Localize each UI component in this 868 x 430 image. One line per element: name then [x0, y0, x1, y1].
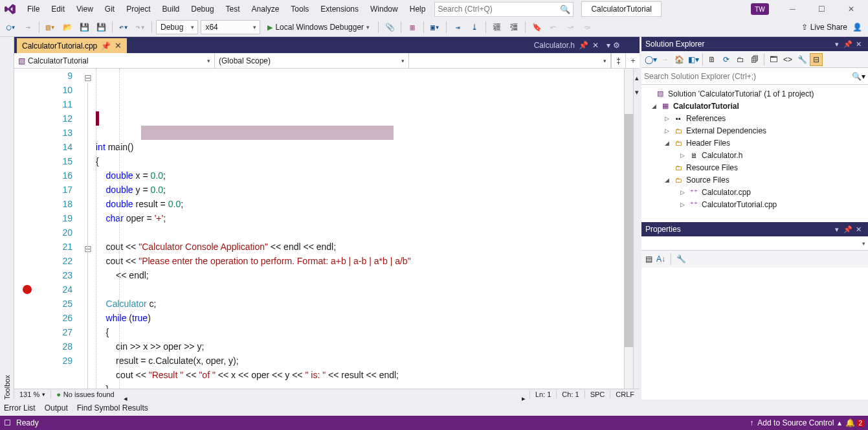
issues-indicator[interactable]: ● No issues found	[51, 390, 120, 398]
pin-icon[interactable]: 📌	[101, 41, 111, 51]
window-dropdown-icon[interactable]: ▾	[831, 225, 842, 234]
step-into-icon[interactable]: ⤓	[467, 20, 482, 34]
calculator-cpp-node[interactable]: ▷⁺⁺Calculator.cpp	[641, 186, 868, 198]
config-combo[interactable]: Debug	[156, 20, 198, 34]
properties-icon[interactable]: 🔧	[796, 53, 808, 66]
eol-indicator[interactable]: CRLF	[610, 390, 640, 398]
minimap-scrollbar[interactable]	[624, 69, 633, 389]
calculator-h-node[interactable]: ▷🗎Calculator.h	[641, 149, 868, 161]
breakpoint-dot[interactable]	[23, 285, 32, 294]
tab-calculator-h[interactable]: Calculator.h 📌 ✕	[529, 38, 604, 52]
header-files-node[interactable]: ◢🗀Header Files	[641, 137, 868, 149]
menu-project[interactable]: Project	[121, 2, 155, 16]
namespace-scope-combo[interactable]: (Global Scope) ▾	[215, 53, 409, 68]
chevron-up-icon[interactable]: ▴	[838, 418, 841, 427]
scm-label[interactable]: Add to Source Control	[757, 418, 834, 427]
menu-analyze[interactable]: Analyze	[247, 2, 285, 16]
menu-edit[interactable]: Edit	[46, 2, 70, 16]
toolbox-strip[interactable]: Toolbox	[0, 37, 14, 400]
menu-debug[interactable]: Debug	[186, 2, 219, 16]
tab-calculatortutorial-cpp[interactable]: CalculatorTutorial.cpp 📌 ✕	[17, 38, 127, 53]
gear-icon[interactable]: ⚙	[613, 41, 620, 50]
platform-combo[interactable]: x64	[201, 20, 260, 34]
home-icon[interactable]: 🏠	[673, 53, 685, 66]
step-over-icon[interactable]: ⇥	[451, 20, 465, 34]
col-indicator[interactable]: Ch: 1	[556, 390, 584, 398]
alphabetical-icon[interactable]: A↓	[656, 255, 665, 264]
menu-test[interactable]: Test	[221, 2, 245, 16]
nav-back-button[interactable]: ◯▾	[4, 20, 18, 34]
solution-tree[interactable]: ▧ Solution 'CalculatorTutorial' (1 of 1 …	[641, 85, 868, 222]
tab-find-symbol[interactable]: Find Symbol Results	[77, 403, 148, 413]
window-dropdown-icon[interactable]: ▾	[831, 40, 842, 49]
tab-output[interactable]: Output	[45, 403, 68, 413]
menu-git[interactable]: Git	[100, 2, 120, 16]
close-button[interactable]: ✕	[836, 0, 865, 18]
solution-node[interactable]: ▧ Solution 'CalculatorTutorial' (1 of 1 …	[641, 87, 868, 100]
prev-bookmark-icon[interactable]: ⤺	[546, 20, 561, 34]
properties-header[interactable]: Properties ▾📌✕	[641, 222, 868, 236]
member-scope-combo[interactable]: ▾	[409, 53, 611, 68]
preview-icon[interactable]: 🗔	[767, 53, 780, 66]
menu-file[interactable]: File	[22, 2, 45, 16]
maximize-button[interactable]: ☐	[807, 0, 836, 18]
project-node[interactable]: ◢▦ CalculatorTutorial	[641, 100, 868, 112]
whitespace-indicator[interactable]: SPC	[584, 390, 610, 398]
breakpoint-gutter[interactable]	[14, 69, 41, 389]
source-files-node[interactable]: ◢🗀Source Files	[641, 174, 868, 186]
bookmark-icon[interactable]: 🔖	[529, 20, 544, 34]
menu-window[interactable]: Window	[365, 2, 403, 16]
clear-bookmark-icon[interactable]: ⤼	[580, 20, 594, 34]
open-file-button[interactable]: 📂	[60, 20, 74, 34]
fold-gutter[interactable]: ⊟ ⊟	[84, 69, 96, 389]
indent-left-icon[interactable]: 疆	[490, 20, 504, 34]
menu-view[interactable]: View	[71, 2, 98, 16]
split-editor-button[interactable]: ‡	[611, 53, 625, 68]
line-indicator[interactable]: Ln: 1	[529, 390, 556, 398]
collapse-icon[interactable]: 🗀	[734, 53, 747, 66]
solution-explorer-search-input[interactable]	[644, 72, 852, 81]
publish-icon[interactable]: ↑	[750, 418, 753, 427]
properties-grid[interactable]	[641, 267, 868, 400]
live-share-button[interactable]: ⇪ Live Share	[801, 23, 847, 32]
search-icon[interactable]: 🔍	[560, 5, 570, 14]
overflow-icon[interactable]: ☐	[4, 418, 11, 427]
calculatortutorial-cpp-node[interactable]: ▷⁺⁺CalculatorTutorial.cpp	[641, 198, 868, 210]
resource-files-node[interactable]: 🗀Resource Files	[641, 161, 868, 174]
new-group-button[interactable]: ＋	[625, 53, 640, 68]
xaml-preview-button[interactable]: ▦	[405, 20, 419, 34]
scope-icon[interactable]: ◧▾	[687, 53, 700, 66]
project-label[interactable]: CalculatorTutorial	[581, 1, 662, 17]
save-all-button[interactable]: 💾	[94, 20, 108, 34]
redo-button[interactable]: ↷▾	[133, 20, 148, 34]
references-node[interactable]: ▷▪▪References	[641, 112, 868, 124]
save-button[interactable]: 💾	[77, 20, 91, 34]
view-code-icon[interactable]: <>	[781, 53, 794, 66]
back-icon[interactable]: ◯▾	[644, 53, 657, 66]
fwd-icon[interactable]: →	[658, 53, 671, 66]
search-icon[interactable]: 🔍▾	[852, 72, 865, 81]
minimize-button[interactable]: ─	[778, 0, 807, 18]
new-project-button[interactable]: ▧▾	[43, 20, 58, 34]
external-deps-node[interactable]: ▷🗀External Dependencies	[641, 124, 868, 137]
pin-icon[interactable]: 📌	[579, 41, 588, 50]
zoom-combo[interactable]: 131 %▾	[14, 390, 51, 398]
split-handle[interactable]: ▴▾	[633, 69, 640, 389]
menu-extensions[interactable]: Extensions	[315, 2, 364, 16]
attach-button[interactable]: 📎	[383, 20, 397, 34]
sync-icon[interactable]: 🗎	[706, 53, 718, 66]
solution-explorer-search[interactable]: 🔍▾	[641, 68, 868, 85]
account-badge[interactable]: TW	[751, 3, 769, 15]
menu-tools[interactable]: Tools	[285, 2, 314, 16]
categorized-icon[interactable]: ▤	[645, 255, 652, 264]
pin-icon[interactable]: 📌	[842, 225, 853, 234]
notifications-button[interactable]: 🔔 2	[845, 418, 864, 427]
nuget-icon[interactable]: ⊟	[810, 53, 823, 66]
solution-explorer-header[interactable]: Solution Explorer ▾📌✕	[641, 37, 868, 51]
undo-button[interactable]: ↶▾	[117, 20, 131, 34]
feedback-button[interactable]: 👤	[850, 20, 864, 34]
code-text[interactable]: int main() { double x = 0.0; double y = …	[96, 69, 624, 389]
project-scope-combo[interactable]: ▧ CalculatorTutorial ▾	[14, 53, 215, 68]
indent-right-icon[interactable]: 彊	[507, 20, 521, 34]
tab-error-list[interactable]: Error List	[4, 403, 36, 413]
